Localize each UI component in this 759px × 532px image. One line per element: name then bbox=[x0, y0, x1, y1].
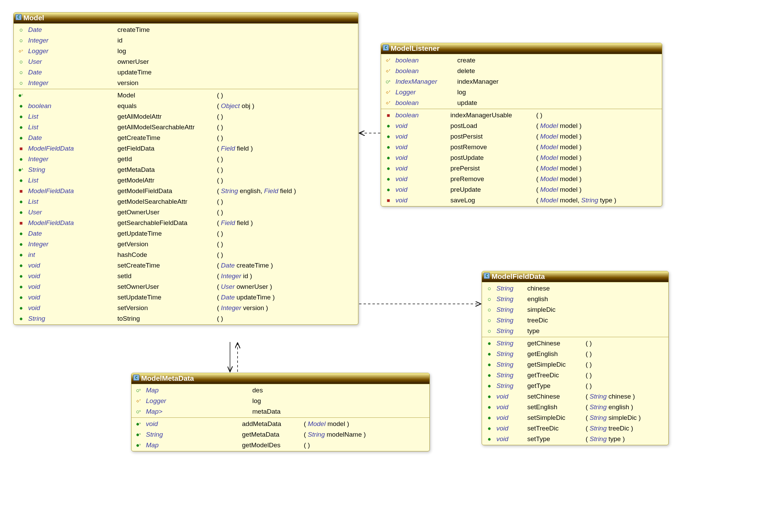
member-name: saveLog bbox=[450, 195, 536, 205]
member-params: ( ) bbox=[586, 370, 665, 380]
member-params: ( String modelName ) bbox=[304, 429, 426, 440]
member-name: type bbox=[527, 326, 665, 336]
member-type: void bbox=[395, 131, 450, 142]
member-name: equals bbox=[117, 101, 217, 111]
member-name: postRemove bbox=[450, 142, 536, 152]
member-type: void bbox=[395, 152, 450, 163]
class-member-row: ●voidpreUpdate( Model model ) bbox=[381, 184, 662, 195]
class-badge-icon: C bbox=[383, 45, 389, 51]
class-member-row: ●inthashCode( ) bbox=[14, 249, 358, 260]
class-member-row: ■ModelFieldDatagetModelFieldData( String… bbox=[14, 186, 358, 196]
member-name: addMetaData bbox=[242, 418, 304, 429]
class-member-row: ●voidsetVersion( Integer version ) bbox=[14, 303, 358, 313]
class-member-row: ○Stringenglish bbox=[482, 294, 668, 304]
member-name: getModelAttr bbox=[117, 175, 217, 186]
member-type: Integer bbox=[28, 154, 117, 164]
member-type: void bbox=[395, 174, 450, 184]
class-member-row: ○Integerid bbox=[14, 35, 358, 46]
visibility-icon: ● bbox=[485, 434, 493, 444]
class-member-row: ◇ᶠbooleancreate bbox=[381, 55, 662, 66]
member-type: String bbox=[496, 294, 527, 304]
class-member-row: ○Integerversion bbox=[14, 78, 358, 88]
class-member-row: ○DatecreateTime bbox=[14, 24, 358, 35]
member-name: hashCode bbox=[117, 249, 217, 260]
member-type: void bbox=[496, 423, 527, 434]
member-name: getTreeDic bbox=[527, 370, 586, 380]
class-name: ModelFieldData bbox=[492, 272, 545, 280]
member-name: setId bbox=[117, 271, 217, 281]
class-member-row: ●voidsetEnglish( String english ) bbox=[482, 402, 668, 412]
class-member-row: ○Stringchinese bbox=[482, 283, 668, 294]
visibility-icon: ● bbox=[384, 120, 392, 131]
member-name: getUpdateTime bbox=[117, 228, 217, 239]
class-member-row: ●ᶜModel( ) bbox=[14, 90, 358, 101]
class-member-row: ●voidsetOwnerUser( User ownerUser ) bbox=[14, 281, 358, 292]
member-name: Model bbox=[117, 90, 217, 101]
visibility-icon: ■ bbox=[384, 110, 392, 120]
member-name: getCreateTime bbox=[117, 132, 217, 143]
member-type: String bbox=[496, 338, 527, 348]
member-name: getSearchableFieldData bbox=[117, 217, 217, 228]
member-params: ( ) bbox=[304, 440, 426, 450]
member-type: String bbox=[146, 429, 242, 440]
class-modelFieldData: CModelFieldData○Stringchinese○Stringengl… bbox=[482, 271, 669, 445]
member-params: ( ) bbox=[217, 249, 355, 260]
member-name: setEnglish bbox=[527, 402, 586, 412]
visibility-icon: ○ bbox=[485, 315, 493, 326]
member-name: getChinese bbox=[527, 338, 586, 348]
member-params: ( String type ) bbox=[586, 434, 665, 444]
member-name: setCreateTime bbox=[117, 260, 217, 271]
class-member-row: ●ListgetAllModelSearchableAttr( ) bbox=[14, 122, 358, 132]
visibility-icon: ● bbox=[384, 163, 392, 174]
visibility-icon: ● bbox=[384, 174, 392, 184]
class-member-row: ●StringtoString( ) bbox=[14, 313, 358, 324]
visibility-icon: ● bbox=[384, 131, 392, 142]
visibility-icon: ● bbox=[17, 154, 25, 164]
visibility-icon: ● bbox=[17, 260, 25, 271]
member-name: setType bbox=[527, 434, 586, 444]
class-member-row: ○UserownerUser bbox=[14, 56, 358, 67]
visibility-icon: ● bbox=[17, 101, 25, 111]
member-params: ( Date updateTime ) bbox=[217, 292, 355, 303]
member-name: setUpdateTime bbox=[117, 292, 217, 303]
member-name: getSimpleDic bbox=[527, 359, 586, 370]
member-type: boolean bbox=[395, 66, 457, 76]
member-type: void bbox=[28, 260, 117, 271]
visibility-icon: ◇ᶠ bbox=[384, 66, 392, 76]
visibility-icon: ■ bbox=[17, 143, 25, 154]
visibility-icon: ● bbox=[17, 196, 25, 207]
member-params: ( ) bbox=[217, 313, 355, 324]
class-member-row: ●voidsetType( String type ) bbox=[482, 434, 668, 444]
visibility-icon: ● bbox=[17, 207, 25, 217]
member-name: postLoad bbox=[450, 120, 536, 131]
member-name: version bbox=[117, 78, 217, 88]
class-badge-icon: C bbox=[15, 14, 22, 20]
visibility-icon: ● bbox=[17, 228, 25, 239]
class-member-row: ■booleanindexManagerUsable( ) bbox=[381, 110, 662, 120]
member-type: String bbox=[496, 326, 527, 336]
member-type: void bbox=[496, 391, 527, 402]
methods-section: ●ᶜModel( )●booleanequals( Object obj )●L… bbox=[14, 89, 358, 324]
visibility-icon: ● bbox=[17, 313, 25, 324]
member-type: ModelFieldData bbox=[28, 186, 117, 196]
member-name: english bbox=[527, 294, 665, 304]
class-member-row: ●voidsetCreateTime( Date createTime ) bbox=[14, 260, 358, 271]
class-member-row: ●booleanequals( Object obj ) bbox=[14, 101, 358, 111]
class-member-row: ●voidsetChinese( String chinese ) bbox=[482, 391, 668, 402]
member-params: ( ) bbox=[217, 239, 355, 249]
fields-section: ◇ᶠbooleancreate◇ᶠbooleandelete○ˢIndexMan… bbox=[381, 54, 662, 109]
member-name: postUpdate bbox=[450, 152, 536, 163]
member-type: boolean bbox=[395, 110, 450, 120]
member-params: ( Model model ) bbox=[536, 163, 658, 174]
class-member-row: ●voidpostPersist( Model model ) bbox=[381, 131, 662, 142]
member-type: String bbox=[496, 283, 527, 294]
visibility-icon: ● bbox=[17, 175, 25, 186]
member-type: void bbox=[395, 142, 450, 152]
visibility-icon: ●ˢ bbox=[135, 418, 142, 429]
member-type: Map> bbox=[146, 406, 252, 417]
member-type: boolean bbox=[28, 101, 117, 111]
member-params: ( Model model ) bbox=[536, 120, 658, 131]
member-name: delete bbox=[457, 66, 658, 76]
member-params: ( String english, Field field ) bbox=[217, 186, 355, 196]
class-member-row: ●voidsetId( Integer id ) bbox=[14, 271, 358, 281]
